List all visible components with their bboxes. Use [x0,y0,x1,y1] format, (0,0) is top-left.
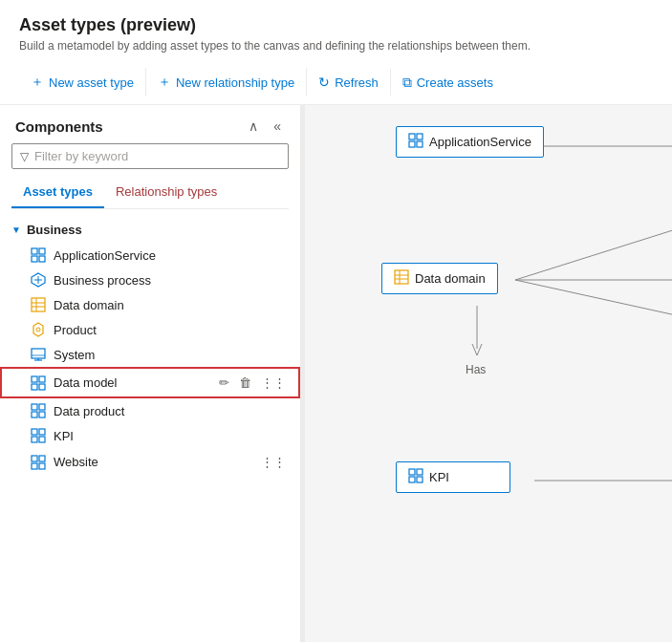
svg-rect-26 [39,429,45,435]
data-product-icon [31,403,46,418]
refresh-button[interactable]: ↻ Refresh [307,69,391,96]
page-title: Asset types (preview) [19,15,653,35]
list-item-data-model[interactable]: Data model ✏ 🗑 ⋮⋮ [0,367,300,398]
data-domain-icon [31,297,46,312]
canvas-node-data-domain-label: Data domain [415,271,486,286]
list-item[interactable]: Business process [0,268,300,292]
sidebar-title: Components [15,118,103,135]
svg-rect-25 [32,429,37,435]
svg-rect-20 [39,384,45,390]
svg-line-36 [515,280,672,315]
page-subtitle: Build a metamodel by adding asset types … [19,39,653,53]
tree-group-business[interactable]: ▼ Business [0,217,300,243]
kpi-icon [31,428,46,443]
collapse-left-button[interactable]: « [270,117,285,136]
website-drag-handle[interactable]: ⋮⋮ [258,453,289,471]
system-icon [31,347,46,362]
list-item[interactable]: Website ⋮⋮ [0,448,300,476]
canvas-svg [305,105,672,642]
svg-rect-47 [409,469,415,475]
tab-relationship-types[interactable]: Relationship types [104,177,228,208]
data-model-icon [31,375,46,391]
svg-rect-23 [32,412,37,417]
svg-rect-27 [32,437,37,442]
new-relationship-type-button[interactable]: ＋ New relationship type [146,68,307,96]
edit-button[interactable]: ✏ [216,374,232,392]
website-icon [31,455,46,470]
svg-rect-48 [417,469,423,475]
svg-point-12 [36,328,40,332]
svg-marker-11 [33,323,43,336]
product-icon [31,322,46,337]
filter-icon: ▽ [20,150,29,163]
svg-rect-24 [39,412,45,417]
canvas-node-app-service-icon [408,133,423,151]
filter-input[interactable] [34,149,280,163]
toolbar: ＋ New asset type ＋ New relationship type… [0,60,672,105]
chevron-down-icon: ▼ [11,225,21,235]
list-item[interactable]: Data product [0,398,300,423]
create-assets-icon: ⧉ [402,75,412,91]
svg-rect-39 [409,134,415,139]
tabs: Asset types Relationship types [11,177,289,209]
svg-rect-18 [39,376,45,382]
refresh-icon: ↻ [318,75,330,90]
item-actions: ✏ 🗑 ⋮⋮ [216,374,289,392]
canvas-node-data-domain-icon [394,269,409,288]
svg-rect-43 [395,270,408,284]
new-asset-type-button[interactable]: ＋ New asset type [19,68,146,96]
svg-rect-50 [417,477,423,482]
list-item[interactable]: Product [0,317,300,342]
website-drag: ⋮⋮ [258,453,289,471]
canvas-node-app-service-label: ApplicationService [429,135,531,149]
svg-rect-13 [32,349,45,358]
svg-rect-2 [32,256,37,262]
biz-process-icon [31,272,46,288]
plus-icon-1: ＋ [31,74,44,91]
list-item[interactable]: KPI [0,423,300,448]
list-item[interactable]: System [0,342,300,367]
svg-line-34 [515,229,672,280]
canvas-node-kpi-icon [408,468,423,486]
canvas-has-label: Has [466,363,486,376]
svg-rect-49 [409,477,415,482]
canvas[interactable]: ApplicationService Data domain Has KPI [305,105,672,642]
create-assets-button[interactable]: ⧉ Create assets [391,69,505,96]
svg-rect-42 [417,141,423,147]
delete-button[interactable]: 🗑 [236,374,254,392]
svg-rect-31 [32,463,37,469]
main-layout: Components ∧ « ▽ Asset types Relationshi… [0,105,672,642]
tree: ▼ Business ApplicationService Business p… [0,209,300,642]
sidebar-header: Components ∧ « [0,105,300,143]
page-header: Asset types (preview) Build a metamodel … [0,0,672,60]
canvas-node-kpi-label: KPI [429,470,449,484]
svg-rect-32 [39,463,45,469]
plus-icon-2: ＋ [158,74,171,91]
svg-rect-41 [409,141,415,147]
svg-rect-7 [32,298,45,311]
svg-rect-19 [32,384,37,390]
svg-rect-21 [32,404,37,410]
filter-box: ▽ [11,143,289,169]
canvas-node-app-service[interactable]: ApplicationService [396,126,544,158]
svg-rect-30 [39,456,45,461]
drag-handle[interactable]: ⋮⋮ [258,374,289,392]
svg-rect-1 [39,248,45,254]
svg-rect-28 [39,437,45,442]
tab-asset-types[interactable]: Asset types [11,177,104,208]
canvas-node-data-domain[interactable]: Data domain [381,263,498,294]
svg-rect-17 [32,376,37,382]
sidebar-controls: ∧ « [245,117,285,136]
collapse-up-button[interactable]: ∧ [245,117,262,136]
list-item[interactable]: ApplicationService [0,243,300,268]
canvas-node-kpi[interactable]: KPI [396,461,510,493]
sidebar: Components ∧ « ▽ Asset types Relationshi… [0,105,301,642]
app-service-icon [31,247,46,263]
svg-rect-29 [32,456,37,461]
svg-rect-3 [39,256,45,262]
svg-rect-40 [417,134,423,139]
svg-rect-0 [32,248,37,254]
list-item[interactable]: Data domain [0,292,300,317]
svg-rect-22 [39,404,45,410]
